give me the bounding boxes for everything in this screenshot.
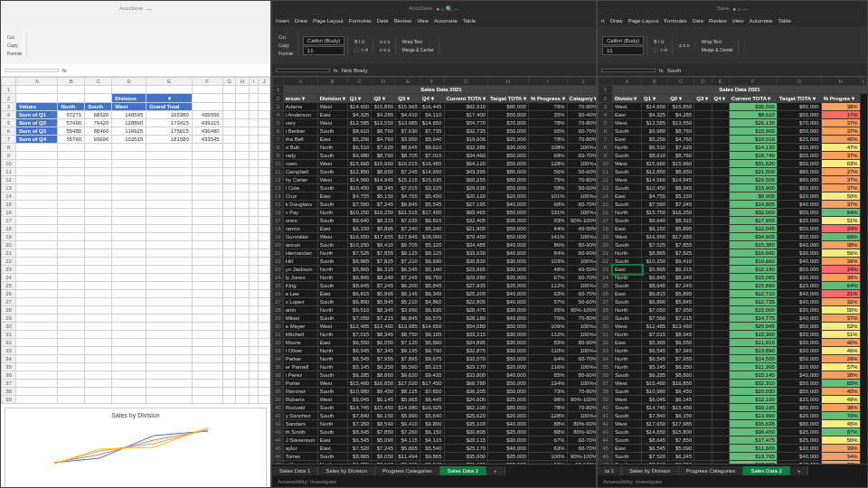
formula-value[interactable]: Nick Brady — [342, 68, 368, 73]
table-row[interactable]: 19West$16,950$17,655$34,605$50,00069% — [599, 233, 867, 241]
table-row[interactable]: 28North$7,050$7,950$15,000$30,00050% — [599, 306, 867, 314]
tab-sales-data-1[interactable]: Sales Data 1 — [272, 466, 318, 475]
table-row[interactable]: 14CruzEast$4,755$5,150$4,765$5,450$20,12… — [273, 192, 597, 201]
tab-progress-categories[interactable]: Progress Categories — [375, 466, 440, 475]
menu-data[interactable]: Data — [377, 18, 389, 23]
table-row[interactable]: 29MikielSouth$7,050$7,215$6,845$6,575$28… — [273, 314, 597, 323]
table-row[interactable]: 39West$6,045$6,145$12,190$25,00049% — [599, 396, 867, 404]
table-row[interactable]: 23yn JacksonNorth$5,865$6,315$6,545$5,14… — [273, 266, 597, 274]
table-row[interactable]: 16North$15,750$16,250$32,000$50,00064% — [599, 209, 867, 217]
table-row[interactable]: 40RoduskiSouth$14,745$15,450$14,980$16,9… — [273, 404, 597, 412]
table-row[interactable]: 5West$12,585$13,550$26,135$70,00037% — [599, 119, 867, 127]
table-row[interactable]: 36South$6,285$8,860$15,145$40,00038% — [599, 371, 867, 380]
table-row[interactable]: 40South$14,745$15,450$30,195$80,00038% — [599, 404, 867, 412]
table-row[interactable]: 7East$5,256$4,760$10,016$25,00040% — [599, 136, 867, 144]
tab-sales-by-division[interactable]: Sales by Division — [318, 466, 375, 475]
tab-sales-data-2[interactable]: Sales Data 2 — [440, 466, 486, 475]
table-row[interactable]: 30West$12,485$13,460$25,945$50,00052% — [599, 323, 867, 331]
table-row[interactable]: 44South$8,645$7,850$17,475$35,00050% — [599, 436, 867, 445]
table-row[interactable]: 33North$6,545$7,345$13,890$30,00046% — [599, 347, 867, 355]
table-row[interactable]: 25KingSouth$8,645$7,245$6,200$5,845$27,9… — [273, 282, 597, 290]
name-box[interactable] — [276, 69, 330, 72]
table-row[interactable]: 45East$6,545$5,090$11,600$30,00039% — [599, 445, 867, 453]
table-row[interactable]: 34ParkerNorth$6,545$7,955$7,895$9,675$32… — [273, 355, 597, 363]
table-row[interactable]: 37West$15,460$16,850$32,310$50,00065% — [599, 380, 867, 388]
table-row[interactable]: 34North$6,545$7,955$14,500$50,00029% — [599, 355, 867, 363]
menu-view[interactable]: View — [417, 18, 429, 23]
table-row[interactable]: 10rownWest$15,660$15,960$16,015$16,485$6… — [273, 160, 597, 168]
table-row[interactable]: 22South$10,250$9,410$19,660$40,00039% — [599, 258, 867, 266]
table-row[interactable]: 20South$7,525$7,855$15,380$40,00038% — [599, 241, 867, 249]
copy-btn[interactable]: Copy — [5, 42, 24, 49]
menu-review[interactable]: Review — [393, 18, 411, 23]
table-row[interactable]: 46South$7,520$6,245$13,765$40,00034% — [599, 453, 867, 461]
table-row[interactable]: 29South$7,560$7,215$14,775$40,00037% — [599, 314, 867, 323]
table-row[interactable]: 33l OliverNorth$6,545$7,345$9,195$9,790$… — [273, 347, 597, 355]
table-row[interactable]: 25South$8,645$7,245$15,890$25,00064% — [599, 282, 867, 290]
autosave[interactable]: AutoSave — [119, 5, 143, 11]
table-row[interactable]: 42SandersNorth$7,350$8,540$9,410$9,800$3… — [273, 420, 597, 428]
table-row[interactable]: 6South$9,980$8,760$15,900$50,00037% — [599, 127, 867, 136]
grid[interactable]: ABCDEFGHIJ 1Sales Data 2021 2erson ▾Divi… — [272, 77, 596, 464]
table-row[interactable]: 11CampbellSouth$12,850$8,650$7,245$14,65… — [273, 168, 597, 176]
table-row[interactable]: 13i ColeSouth$10,450$8,345$7,015$3,225$2… — [273, 184, 597, 192]
chart-sales-by-division[interactable]: Sales by Division — [5, 408, 267, 487]
table-row[interactable]: 17South$9,640$8,315$17,955$35,00051% — [599, 217, 867, 225]
table-row[interactable]: 31MitchellNorth$7,015$8,345$8,750$9,105$… — [273, 331, 597, 339]
table-row[interactable]: 24ly JonesNorth$6,845$8,240$7,245$6,750$… — [273, 274, 597, 282]
table-row[interactable]: 12hy CarterWest$14,560$14,945$15,115$15,… — [273, 176, 597, 184]
table-row[interactable]: 31North$7,015$8,345$15,360$30,00051% — [599, 331, 867, 339]
table-row[interactable]: 15k DouglassSouth$7,560$7,245$6,845$5,54… — [273, 201, 597, 209]
table-row[interactable]: 4i AndersonEast$4,325$4,285$4,410$4,110$… — [273, 111, 597, 119]
table-row[interactable]: 22HillSouth$8,865$7,825$7,210$6,930$30,8… — [273, 258, 597, 266]
add-sheet[interactable]: + — [486, 466, 505, 475]
table-row[interactable]: 27South$6,890$5,845$12,735$40,00032% — [599, 298, 867, 306]
table-row[interactable]: 18rancisEast$6,150$5,895$7,240$5,240$21,… — [273, 225, 597, 233]
table-row[interactable]: 3AdamsWest$14,650$15,850$15,965$16,445$6… — [273, 103, 597, 111]
table-row[interactable]: 26East$6,815$5,895$12,710$40,00021% — [599, 290, 867, 298]
menu-formulas[interactable]: Formulas — [349, 18, 372, 23]
table-row[interactable]: 35er ParnellNorth$5,145$6,250$6,560$5,21… — [273, 363, 597, 371]
menu-draw[interactable]: Draw — [295, 18, 307, 23]
table-row[interactable]: 8North$6,510$7,620$14,130$30,00047% — [599, 144, 867, 152]
menu-page layout[interactable]: Page Layout — [313, 18, 344, 23]
table-row[interactable]: 7tha BellEast$5,256$4,760$3,950$5,640$19… — [273, 136, 597, 144]
table-row[interactable]: 21HernandezNorth$7,525$7,855$9,125$9,125… — [273, 249, 597, 258]
fx-icon[interactable]: fx — [62, 68, 67, 73]
table-row[interactable]: 37PorterWest$15,460$16,850$17,020$17,450… — [273, 380, 597, 388]
table-row[interactable]: 38RamirezSouth$10,980$9,450$8,125$7,650$… — [273, 388, 597, 396]
table-row[interactable]: 9South$8,610$8,760$18,740$50,00037% — [599, 152, 867, 160]
grid[interactable]: ABCDEFGHIJ 1 2Division▾ 3ValuesNorthSout… — [1, 77, 270, 487]
table-row[interactable]: 30e MeyerWest$12,485$13,460$13,985$14,65… — [273, 323, 597, 331]
font-select[interactable]: Calibri (Body) — [303, 36, 344, 45]
table-row[interactable]: 13South$10,450$8,345$15,900$50,00037% — [599, 184, 867, 192]
table-row[interactable]: 5veryWest$12,585$13,550$13,985$14,650$54… — [273, 119, 597, 127]
table-row[interactable]: 27x LopezSouth$6,890$5,845$5,210$4,860$2… — [273, 298, 597, 306]
table-row[interactable]: 3West$14,650$15,850$30,500$80,00038% — [599, 103, 867, 111]
grid[interactable]: ABCDEFGHI 1Sales Data 2021 2Divisio ▾Q1 … — [598, 77, 867, 464]
menu-table[interactable]: Table — [463, 18, 476, 23]
table-row[interactable]: 39RobertsWest$6,045$6,145$5,965$6,445$24… — [273, 396, 597, 404]
table-row[interactable]: 43th SmithSouth$8,645$7,850$7,260$6,150$… — [273, 428, 597, 436]
menu-automate[interactable]: Automate — [434, 18, 458, 23]
table-row[interactable]: 15South$7,560$7,245$14,805$40,00037% — [599, 201, 867, 209]
table-row[interactable]: 46TorresSouth$8,865$9,050$11,494$9,865$3… — [273, 453, 597, 461]
format-btn[interactable]: Format — [5, 50, 24, 57]
table-row[interactable]: 41y SanchezSouth$7,840$6,150$5,990$5,640… — [273, 412, 597, 420]
name-box[interactable] — [5, 69, 59, 72]
table-row[interactable]: 4East$4,325$4,285$8,610$50,00017% — [599, 111, 867, 119]
table-row[interactable]: 11South$12,850$8,650$21,500$80,00027% — [599, 168, 867, 176]
table-row[interactable]: 6i BeckerSouth$8,610$8,760$7,630$7,735$3… — [273, 127, 597, 136]
table-row[interactable]: 45aylorEast$7,520$7,245$5,865$5,540$25,1… — [273, 445, 597, 453]
table-row[interactable]: 14East$4,755$5,150$9,905$20,00050% — [599, 192, 867, 201]
table-row[interactable]: 8d BoltNorth$6,510$7,620$8,645$9,610$32,… — [273, 144, 597, 152]
table-row[interactable]: 41South$7,840$6,150$13,990$20,00070% — [599, 412, 867, 420]
accessibility-status[interactable]: Accessibility: Investigate — [278, 479, 336, 484]
table-row[interactable]: 12West$14,560$14,945$29,505$80,00037% — [599, 176, 867, 184]
table-row[interactable]: 24North$6,845$8,240$15,085$30,00038% — [599, 274, 867, 282]
table-row[interactable]: 28artinNorth$9,510$8,345$3,990$6,630$28,… — [273, 306, 597, 314]
table-row[interactable]: 44J StevensonEast$6,545$5,090$4,115$4,11… — [273, 436, 597, 445]
table-row[interactable]: 20annonSouth$10,250$9,410$9,705$5,120$34… — [273, 241, 597, 249]
table-row[interactable]: 42West$17,650$17,985$35,635$80,00045% — [599, 420, 867, 428]
table-row[interactable]: 9radySouth$9,980$8,760$8,705$7,015$34,46… — [273, 152, 597, 160]
